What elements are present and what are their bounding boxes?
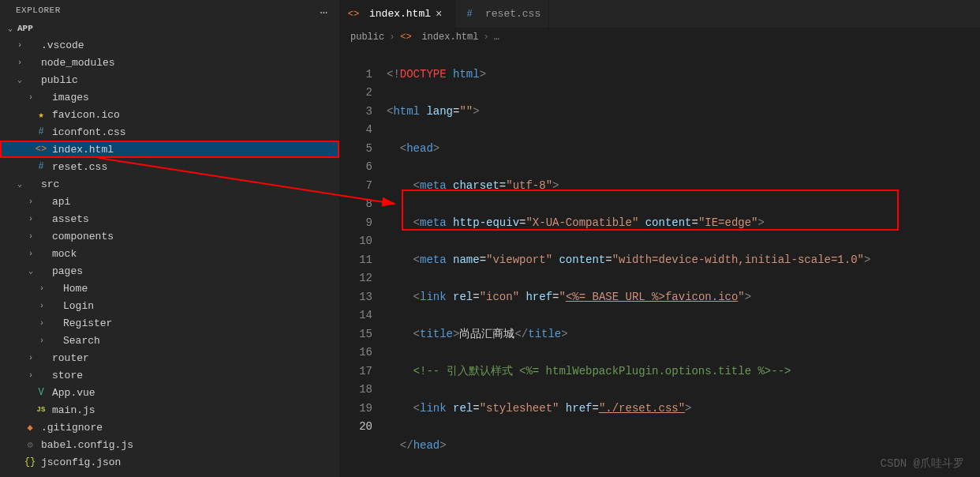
chevron-right-icon: › <box>38 336 46 345</box>
chevron-down-icon: ⌄ <box>16 75 24 85</box>
tree-folder[interactable]: ›images <box>0 88 339 106</box>
chevron-right-icon: › <box>38 319 46 328</box>
section-header[interactable]: ⌄ APP <box>0 22 339 35</box>
tree-file[interactable]: ★favicon.ico <box>0 106 339 123</box>
braces-icon: {} <box>24 456 36 468</box>
file-tree: ›.vscode ›node_modules ⌄public ›images ★… <box>0 35 339 477</box>
folder-icon <box>35 91 47 103</box>
chevron-down-icon: ⌄ <box>16 179 24 189</box>
tree-folder-pages[interactable]: ⌄pages <box>0 262 339 280</box>
tree-folder[interactable]: ›api <box>0 193 339 210</box>
hash-icon: # <box>463 8 476 21</box>
tree-file[interactable]: ⚙babel.config.js <box>0 436 339 453</box>
tree-folder[interactable]: ›mock <box>0 245 339 262</box>
breadcrumb[interactable]: public › <> index.html › … <box>339 28 980 47</box>
chevron-right-icon: › <box>27 232 35 241</box>
folder-icon <box>24 73 36 86</box>
watermark: CSDN @爪哇斗罗 <box>881 456 964 471</box>
folder-icon <box>35 195 47 208</box>
tree-file-index-html[interactable]: <>index.html <box>0 141 339 158</box>
chevron-right-icon: › <box>27 215 35 223</box>
folder-icon <box>35 247 47 260</box>
js-icon: JS <box>35 404 47 416</box>
tree-folder[interactable]: ›node_modules <box>0 54 339 71</box>
chevron-down-icon: ⌄ <box>6 24 14 33</box>
tree-file[interactable]: {}jsconfig.json <box>0 453 339 471</box>
tree-folder[interactable]: ›Register <box>0 314 339 332</box>
chevron-right-icon: › <box>27 250 35 258</box>
tree-folder[interactable]: ›Login <box>0 297 339 314</box>
line-gutter: 1234567891011121314151617181920 <box>339 47 387 477</box>
chevron-right-icon: › <box>27 371 35 380</box>
chevron-right-icon: › <box>38 302 46 310</box>
tree-file[interactable]: JSmain.js <box>0 401 339 419</box>
folder-icon <box>46 317 58 329</box>
tree-folder[interactable]: ›store <box>0 366 339 384</box>
html-icon: <> <box>35 143 47 156</box>
hash-icon: # <box>35 160 47 173</box>
chevron-right-icon: › <box>27 354 35 362</box>
chevron-right-icon: › <box>389 32 395 43</box>
tab-reset-css[interactable]: # reset.css <box>455 0 549 28</box>
code-content: <!DOCTYPE html> <html lang=""> <head> <m… <box>387 47 980 477</box>
folder-icon <box>46 299 58 312</box>
chevron-down-icon: ⌄ <box>27 266 35 276</box>
html-icon: <> <box>347 8 360 21</box>
chevron-right-icon: › <box>38 284 46 293</box>
tree-file[interactable]: #reset.css <box>0 158 339 175</box>
tree-folder-src[interactable]: ⌄src <box>0 175 339 193</box>
tab-index-html[interactable]: <> index.html × <box>339 0 455 28</box>
close-icon[interactable]: × <box>436 8 447 21</box>
explorer-sidebar: EXPLORER … ⌄ APP ›.vscode ›node_modules … <box>0 0 339 477</box>
folder-icon <box>35 265 47 277</box>
folder-icon <box>35 212 47 225</box>
chevron-right-icon: › <box>27 197 35 206</box>
folder-icon <box>46 282 58 295</box>
code-editor[interactable]: 1234567891011121314151617181920 <!DOCTYP… <box>339 47 980 477</box>
html-icon: <> <box>399 31 412 43</box>
tree-folder[interactable]: ›.vscode <box>0 36 339 54</box>
folder-icon <box>35 369 47 381</box>
folder-icon <box>46 334 58 347</box>
chevron-right-icon: › <box>27 93 35 102</box>
folder-icon <box>24 39 36 51</box>
tree-file[interactable]: VApp.vue <box>0 384 339 401</box>
git-icon: ◆ <box>24 421 36 434</box>
folder-icon <box>35 230 47 242</box>
explorer-more-icon[interactable]: … <box>320 3 328 17</box>
hash-icon: # <box>35 126 47 138</box>
tree-folder[interactable]: ›Home <box>0 280 339 297</box>
tree-folder-public[interactable]: ⌄public <box>0 71 339 88</box>
explorer-title: EXPLORER <box>16 6 61 15</box>
tree-folder[interactable]: ›Search <box>0 332 339 349</box>
folder-icon <box>35 351 47 364</box>
chevron-right-icon: › <box>16 58 24 67</box>
editor-panel: <> index.html × # reset.css public › <> … <box>339 0 980 477</box>
tree-folder[interactable]: ›components <box>0 227 339 245</box>
star-icon: ★ <box>35 108 47 121</box>
tree-file[interactable]: #iconfont.css <box>0 123 339 141</box>
chevron-right-icon: › <box>16 41 24 50</box>
folder-icon <box>24 56 36 69</box>
tree-folder[interactable]: ›assets <box>0 210 339 227</box>
vue-icon: V <box>35 386 47 399</box>
tree-file[interactable]: ◆.gitignore <box>0 419 339 436</box>
chevron-right-icon: › <box>483 32 488 43</box>
gear-icon: ⚙ <box>24 438 36 451</box>
folder-icon <box>24 178 36 190</box>
editor-tabs: <> index.html × # reset.css <box>339 0 980 28</box>
tree-folder[interactable]: ›router <box>0 349 339 366</box>
